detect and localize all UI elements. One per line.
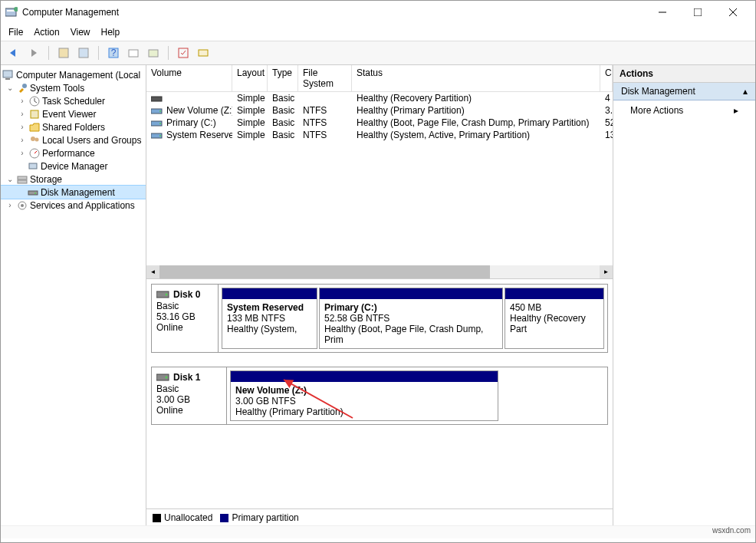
disk-icon — [156, 290, 172, 301]
toolbar-btn-5[interactable] — [175, 44, 192, 61]
col-filesystem[interactable]: File System — [298, 65, 352, 91]
svg-point-41 — [166, 376, 168, 378]
expander-icon[interactable]: › — [5, 201, 15, 209]
svg-rect-30 — [151, 97, 162, 101]
scroll-left-icon[interactable]: ◄ — [146, 265, 159, 278]
toolbar-btn-1[interactable] — [55, 44, 72, 61]
menu-action[interactable]: Action — [34, 27, 59, 38]
partition[interactable]: Primary (C:)52.58 GB NTFSHealthy (Boot, … — [319, 288, 503, 349]
tree-event-viewer[interactable]: ›Event Viewer — [1, 107, 146, 120]
collapse-icon[interactable]: ▴ — [743, 86, 748, 97]
volume-list-header[interactable]: Volume Layout Type File System Status C — [146, 65, 613, 92]
legend-primary: Primary partition — [220, 512, 298, 523]
tree-systools[interactable]: ⌄ System Tools — [1, 81, 146, 94]
services-icon — [16, 199, 28, 212]
help-button[interactable]: ? — [105, 44, 122, 61]
svg-rect-11 — [129, 50, 138, 57]
volume-row[interactable]: New Volume (Z:)SimpleBasicNTFSHealthy (P… — [146, 104, 613, 117]
volume-row[interactable]: System ReservedSimpleBasicNTFSHealthy (S… — [146, 129, 613, 141]
svg-point-21 — [35, 137, 39, 141]
col-type[interactable]: Type — [268, 65, 298, 91]
svg-point-34 — [159, 123, 161, 124]
expander-icon[interactable]: › — [18, 110, 27, 118]
minimize-button[interactable] — [645, 1, 680, 24]
menu-help[interactable]: Help — [101, 27, 120, 38]
actions-pane: Actions Disk Management ▴ More Actions ▸ — [613, 65, 755, 525]
partition[interactable]: 450 MBHealthy (Recovery Part — [505, 288, 604, 349]
volume-list[interactable]: Volume Layout Type File System Status C … — [146, 65, 613, 278]
col-volume[interactable]: Volume — [146, 65, 232, 91]
toolbar-btn-2[interactable] — [75, 44, 92, 61]
tree-services[interactable]: ›Services and Applications — [1, 199, 146, 212]
svg-rect-12 — [149, 50, 158, 57]
svg-rect-26 — [28, 191, 38, 195]
actions-header: Actions — [613, 65, 755, 83]
tree-local-users[interactable]: ›Local Users and Groups — [1, 133, 146, 146]
tree-device-manager[interactable]: Device Manager — [1, 160, 146, 173]
disk-graph[interactable]: Disk 0Basic53.16 GBOnlineSystem Reserved… — [146, 278, 613, 508]
forward-button[interactable] — [25, 44, 42, 61]
svg-point-17 — [22, 84, 27, 88]
storage-icon — [16, 173, 28, 186]
computer-icon — [2, 69, 15, 81]
close-button[interactable] — [715, 1, 751, 24]
drive-icon — [151, 107, 163, 116]
tree-shared-folders[interactable]: ›Shared Folders — [1, 120, 146, 133]
svg-point-20 — [31, 137, 35, 141]
col-capacity[interactable]: C — [600, 65, 613, 91]
col-layout[interactable]: Layout — [232, 65, 268, 91]
tree-root[interactable]: Computer Management (Local — [1, 68, 146, 81]
svg-point-36 — [159, 135, 161, 137]
back-button[interactable] — [5, 44, 22, 61]
tree-systools-label: System Tools — [30, 83, 84, 94]
expander-icon[interactable]: ⌄ — [5, 84, 15, 92]
svg-rect-24 — [18, 176, 27, 179]
expander-icon[interactable]: › — [18, 123, 27, 131]
users-icon — [28, 134, 41, 146]
svg-rect-15 — [3, 71, 12, 77]
expander-icon[interactable]: › — [18, 149, 27, 157]
title-bar: Computer Management — [1, 1, 755, 24]
menu-view[interactable]: View — [71, 27, 90, 38]
disk-row[interactable]: Disk 0Basic53.16 GBOnlineSystem Reserved… — [151, 284, 608, 353]
toolbar-btn-6[interactable] — [195, 44, 212, 61]
volume-row[interactable]: SimpleBasicHealthy (Recovery Partition)4 — [146, 92, 613, 104]
expander-icon[interactable]: › — [18, 97, 27, 105]
disk-row[interactable]: Disk 1Basic3.00 GBOnlineNew Volume (Z:)3… — [151, 367, 608, 425]
legend: Unallocated Primary partition — [146, 508, 613, 525]
actions-section[interactable]: Disk Management ▴ — [613, 83, 755, 100]
window-title: Computer Management — [22, 7, 645, 18]
tree-task-scheduler[interactable]: ›Task Scheduler — [1, 94, 146, 107]
svg-point-39 — [166, 293, 168, 295]
svg-rect-1 — [7, 10, 15, 12]
volume-row[interactable]: Primary (C:)SimpleBasicNTFSHealthy (Boot… — [146, 117, 613, 129]
toolbar-btn-3[interactable] — [125, 44, 142, 61]
expander-icon[interactable]: › — [18, 136, 27, 144]
partition[interactable]: System Reserved133 MB NTFSHealthy (Syste… — [222, 288, 317, 349]
toolbar-btn-4[interactable] — [145, 44, 162, 61]
expander-icon[interactable]: ⌄ — [5, 175, 15, 183]
tree-performance[interactable]: ›Performance — [1, 146, 146, 160]
menu-file[interactable]: File — [8, 27, 23, 38]
scroll-right-icon[interactable]: ► — [600, 265, 613, 278]
svg-rect-4 — [694, 8, 702, 16]
actions-more[interactable]: More Actions ▸ — [613, 100, 755, 120]
svg-rect-14 — [199, 50, 208, 56]
svg-rect-16 — [5, 78, 10, 80]
tree-storage[interactable]: ⌄Storage — [1, 173, 146, 186]
maximize-button[interactable] — [680, 1, 715, 24]
tools-icon — [16, 82, 28, 94]
col-status[interactable]: Status — [352, 65, 600, 91]
partition[interactable]: New Volume (Z:)3.00 GB NTFSHealthy (Prim… — [230, 370, 498, 421]
clock-icon — [28, 95, 41, 107]
svg-rect-19 — [31, 110, 38, 118]
scroll-thumb[interactable] — [159, 265, 490, 278]
chevron-right-icon: ▸ — [734, 105, 738, 116]
toolbar: ? — [1, 41, 755, 65]
tree-disk-management[interactable]: Disk Management — [1, 186, 146, 199]
svg-text:?: ? — [111, 48, 117, 58]
legend-unallocated: Unallocated — [153, 512, 212, 523]
horizontal-scrollbar[interactable]: ◄ ► — [146, 265, 613, 278]
nav-tree[interactable]: Computer Management (Local ⌄ System Tool… — [1, 65, 146, 525]
tree-root-label: Computer Management (Local — [16, 70, 140, 81]
